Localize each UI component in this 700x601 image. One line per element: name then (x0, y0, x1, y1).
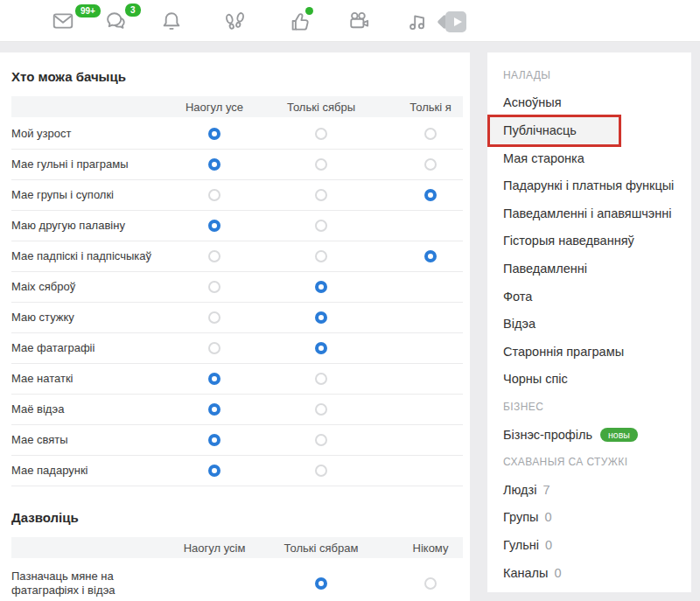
radio-unselected[interactable] (315, 189, 327, 201)
radio-unselected[interactable] (315, 158, 327, 171)
sidebar-item-групы[interactable]: Групы0 (487, 504, 691, 532)
radio-unselected[interactable] (208, 281, 220, 293)
sidebar-section-header: БІЗНЕС (487, 393, 691, 421)
row-label: Мае нататкі (11, 372, 166, 386)
table-row: Маё відэа (11, 395, 463, 425)
sidebar-item-count: 0 (545, 538, 552, 552)
ok-video-icon[interactable] (439, 11, 467, 32)
sidebar-item-гульні[interactable]: Гульні0 (487, 531, 691, 559)
row-label: Мой узрост (11, 127, 166, 141)
settings-sidebar: НАЛАДЫАсноўныяПублічнасцьМая старонкаПад… (487, 52, 691, 592)
privacy-settings-page: 99+ 3 (0, 0, 700, 601)
table-row: Мае святы (11, 425, 463, 456)
radio-unselected[interactable] (208, 189, 220, 201)
sidebar-item-паведамленні-і-апавяшчэнні[interactable]: Паведамленні і апавяшчэнні (487, 199, 691, 227)
sidebar-item-староннія-праграмы[interactable]: Староннія праграмы (487, 338, 691, 366)
row-label: Маіх сяброў (11, 280, 166, 294)
sidebar-item-count: 0 (544, 510, 551, 524)
music-icon[interactable] (405, 9, 430, 33)
radio-cell (262, 281, 380, 293)
radio-selected[interactable] (208, 465, 220, 477)
table-row: Мае падпіскі і падпісчыкаў (11, 241, 463, 272)
guests-footprints-icon[interactable] (222, 9, 247, 33)
table-row: Мае гульні і праграмы (11, 150, 463, 180)
table-row: Мае групы і суполкі (11, 180, 463, 211)
sidebar-item-мая-старонка[interactable]: Мая старонка (487, 144, 691, 172)
radio-selected[interactable] (208, 158, 220, 171)
allow-table-rows: Пазначаць мяне на фатаграфіях і відэа (0, 560, 470, 601)
radio-cell (262, 128, 380, 140)
radio-cell (262, 373, 380, 385)
sidebar-item-відэа[interactable]: Відэа (487, 310, 691, 338)
radio-unselected[interactable] (315, 220, 327, 232)
notifications-bell-icon[interactable] (159, 9, 184, 33)
radio-selected[interactable] (208, 128, 220, 140)
sidebar-item-label: Паведамленні і апавяшчэнні (503, 206, 672, 220)
radio-selected[interactable] (208, 220, 220, 232)
visibility-table-header: Наогул усе Толькі сябры Толькі я (11, 96, 463, 117)
sidebar-section-header: СХАВАНЫЯ СА СТУЖКІ (487, 448, 691, 476)
radio-cell (166, 373, 262, 385)
sidebar-item-каналы[interactable]: Каналы0 (487, 559, 691, 587)
radio-cell (262, 434, 380, 446)
row-label: Мае групы і суполкі (11, 188, 166, 202)
sidebar-item-label: Староннія праграмы (503, 345, 624, 359)
row-label: Маю другую палавіну (11, 219, 166, 233)
row-label: Мае гульні і праграмы (11, 157, 166, 171)
radio-unselected[interactable] (424, 577, 437, 590)
allow-section-title: Дазволіць (0, 486, 470, 537)
row-label: Пазначаць мяне на фатаграфіях і відэа (11, 570, 166, 598)
sidebar-item-чорны-спіс[interactable]: Чорны спіс (487, 366, 691, 394)
sidebar-item-фота[interactable]: Фота (487, 283, 691, 311)
visibility-section-title: Хто можа бачыць (0, 52, 470, 96)
column-header-everyone: Наогул усе (166, 101, 262, 114)
messages-icon[interactable] (51, 9, 75, 33)
radio-selected[interactable] (315, 577, 327, 590)
radio-cell (166, 189, 262, 201)
radio-selected[interactable] (424, 250, 437, 262)
radio-unselected[interactable] (208, 342, 220, 354)
radio-unselected[interactable] (315, 373, 327, 385)
sidebar-item-label: Гісторыя наведванняў (503, 234, 634, 248)
radio-unselected[interactable] (424, 128, 437, 140)
sidebar-item-гісторыя-наведванняў[interactable]: Гісторыя наведванняў (487, 227, 691, 255)
radio-selected[interactable] (315, 311, 327, 324)
radio-unselected[interactable] (315, 434, 327, 446)
radio-selected[interactable] (315, 281, 327, 293)
sidebar-item-label: Чорны спіс (503, 372, 568, 386)
radio-selected[interactable] (208, 373, 220, 385)
sidebar-item-label: Падарункі і платныя функцыі (503, 178, 674, 192)
row-label: Маю стужку (11, 311, 166, 325)
sidebar-item-паведамленні[interactable]: Паведамленні (487, 255, 691, 283)
table-row: Маіх сяброў (11, 272, 463, 303)
sidebar-item-бізнэс-профіль[interactable]: Бізнэс-профільновы (487, 421, 691, 449)
sidebar-item-людзі[interactable]: Людзі7 (487, 476, 691, 504)
sidebar-item-асноўныя[interactable]: Асноўныя (487, 89, 691, 117)
radio-unselected[interactable] (208, 250, 220, 262)
radio-cell (262, 577, 380, 590)
radio-selected[interactable] (208, 403, 220, 416)
radio-unselected[interactable] (208, 311, 220, 324)
radio-unselected[interactable] (315, 128, 327, 140)
radio-cell (166, 220, 262, 232)
table-row: Мой узрост (11, 119, 463, 150)
radio-unselected[interactable] (424, 158, 437, 171)
radio-unselected[interactable] (315, 250, 327, 262)
radio-cell (166, 342, 262, 354)
sidebar-item-падарункі-і-платныя-функцыі[interactable]: Падарункі і платныя функцыі (487, 171, 691, 199)
radio-selected[interactable] (424, 189, 437, 201)
radio-selected[interactable] (315, 342, 327, 354)
column-header-everyone-allow: Наогул усім (166, 542, 262, 555)
table-row: Пазначаць мяне на фатаграфіях і відэа (11, 560, 463, 601)
row-label: Мае святы (11, 433, 166, 447)
video-camera-icon[interactable] (346, 9, 371, 33)
sidebar-item-публічнасць[interactable]: Публічнасць (487, 115, 621, 147)
radio-selected[interactable] (208, 434, 220, 446)
radio-cell (262, 189, 380, 201)
radio-cell (262, 311, 380, 324)
radio-unselected[interactable] (315, 465, 327, 477)
radio-unselected[interactable] (315, 403, 327, 416)
new-badge: новы (600, 428, 638, 442)
sidebar-item-label: Мая старонка (503, 151, 584, 165)
ok-video-play-triangle (454, 17, 462, 26)
